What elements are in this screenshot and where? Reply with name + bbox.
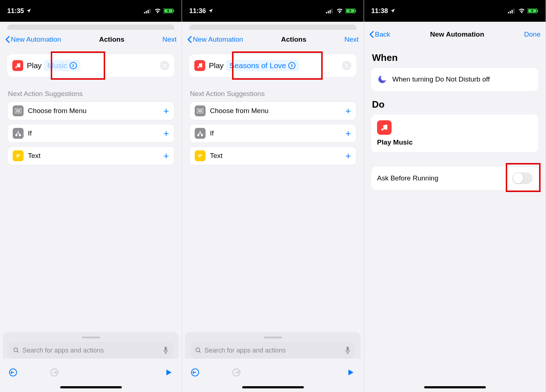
status-time: 11:38 — [371, 7, 388, 15]
nav-title: New Automation — [430, 30, 484, 38]
search-icon — [13, 347, 20, 354]
sheet-handle[interactable] — [82, 337, 100, 338]
back-button[interactable]: Back — [369, 30, 390, 38]
nav-title: Actions — [99, 36, 124, 43]
redo-button[interactable] — [232, 368, 241, 378]
svg-point-39 — [196, 348, 200, 352]
play-label: Play — [209, 61, 224, 70]
add-icon: + — [164, 105, 169, 117]
run-button[interactable] — [346, 368, 355, 378]
search-icon — [195, 347, 202, 354]
suggestion-text[interactable]: Text + — [7, 146, 174, 165]
mic-icon[interactable] — [345, 347, 351, 354]
search-placeholder: Search for apps and actions — [22, 347, 104, 354]
suggestion-label: If — [28, 129, 32, 137]
next-button[interactable]: Next — [344, 36, 359, 43]
undo-button[interactable] — [191, 368, 199, 378]
add-icon: + — [164, 150, 169, 162]
svg-rect-6 — [173, 10, 174, 12]
back-button[interactable]: New Automation — [187, 36, 243, 43]
when-header: When — [372, 52, 538, 63]
svg-rect-50 — [537, 10, 538, 12]
action-card[interactable]: Play Music — [7, 54, 174, 77]
status-bar: 11:35 — [0, 0, 182, 22]
sheet-grabber — [7, 25, 174, 30]
svg-rect-25 — [331, 9, 332, 13]
svg-rect-1 — [146, 11, 147, 13]
status-time: 11:36 — [189, 7, 206, 15]
menu-icon — [195, 105, 206, 116]
highlight-box — [232, 51, 323, 80]
suggestion-label: Text — [28, 152, 41, 160]
suggestion-label: Choose from Menu — [210, 107, 269, 115]
do-action-row[interactable]: Play Music — [371, 114, 538, 152]
search-input[interactable]: Search for apps and actions — [191, 342, 355, 359]
next-button[interactable]: Next — [162, 36, 177, 43]
suggestion-if[interactable]: If + — [189, 124, 356, 143]
ask-before-running-row: Ask Before Running — [371, 167, 538, 190]
svg-rect-46 — [512, 10, 513, 13]
toggle-label: Ask Before Running — [377, 174, 438, 182]
menu-icon — [13, 105, 24, 116]
svg-rect-24 — [330, 10, 331, 13]
status-bar: 11:36 — [182, 0, 364, 22]
suggestion-text[interactable]: Text + — [189, 146, 356, 165]
mic-icon[interactable] — [163, 347, 169, 354]
suggestion-choose-from-menu[interactable]: Choose from Menu + — [7, 101, 174, 120]
svg-line-18 — [17, 351, 18, 353]
svg-rect-2 — [148, 10, 149, 13]
sheet-handle[interactable] — [264, 337, 282, 338]
undo-button[interactable] — [9, 368, 17, 378]
battery-icon — [528, 8, 538, 13]
suggestion-label: If — [210, 129, 214, 137]
moon-icon — [377, 74, 387, 84]
signal-icon — [326, 8, 334, 13]
do-header: Do — [372, 99, 538, 110]
clear-button[interactable] — [160, 61, 169, 70]
branch-icon — [195, 128, 206, 139]
signal-icon — [508, 8, 516, 13]
location-icon — [208, 8, 213, 13]
suggestion-label: Text — [210, 152, 223, 160]
chevron-left-icon — [5, 36, 10, 43]
redo-button[interactable] — [50, 368, 59, 378]
wifi-icon — [336, 8, 343, 13]
status-time: 11:35 — [7, 7, 24, 15]
toolbar — [0, 363, 182, 383]
play-label: Play — [27, 61, 42, 70]
done-button[interactable]: Done — [524, 30, 541, 38]
svg-point-12 — [19, 134, 21, 136]
suggestion-label: Choose from Menu — [28, 107, 87, 115]
nav-bar: New Automation Actions Next — [0, 30, 182, 49]
svg-rect-19 — [165, 347, 166, 351]
phone-screen-2: 11:36 New Automation Actions Next Play S… — [182, 0, 364, 392]
home-indicator[interactable] — [60, 386, 122, 388]
add-icon: + — [346, 150, 351, 162]
add-icon: + — [346, 128, 351, 139]
chevron-left-icon — [369, 31, 374, 38]
music-app-icon — [194, 60, 205, 71]
signal-icon — [144, 8, 152, 13]
suggestion-choose-from-menu[interactable]: Choose from Menu + — [189, 101, 356, 120]
battery-icon — [346, 8, 356, 13]
home-indicator[interactable] — [242, 386, 304, 388]
home-indicator[interactable] — [424, 386, 486, 388]
svg-point-33 — [198, 134, 199, 136]
when-condition-row[interactable]: When turning Do Not Disturb off — [371, 68, 538, 91]
svg-point-11 — [16, 134, 17, 136]
toolbar — [182, 363, 364, 383]
nav-bar: New Automation Actions Next — [182, 30, 364, 49]
music-app-icon — [12, 60, 23, 71]
location-icon — [26, 8, 31, 13]
status-bar: 11:38 — [364, 0, 546, 22]
run-button[interactable] — [164, 368, 173, 378]
action-card[interactable]: Play Seasons of Love — [189, 54, 356, 77]
clear-button[interactable] — [342, 61, 351, 70]
highlight-box — [506, 163, 541, 192]
back-label: New Automation — [193, 36, 243, 43]
back-button[interactable]: New Automation — [5, 36, 61, 43]
search-input[interactable]: Search for apps and actions — [9, 342, 173, 359]
suggestion-if[interactable]: If + — [7, 124, 174, 143]
search-placeholder: Search for apps and actions — [204, 347, 286, 354]
svg-point-17 — [14, 348, 18, 352]
